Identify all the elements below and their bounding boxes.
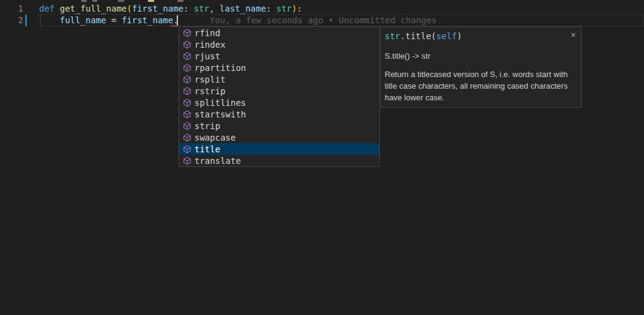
docs-signature: str.title(self)	[385, 31, 462, 41]
symbol-method-icon	[182, 63, 192, 73]
suggest-list: rfind rindex rjust rpartition	[179, 27, 379, 166]
line-number-2[interactable]: 2	[0, 15, 23, 26]
code-editor[interactable]: 1 2 def get_full_name(first_name: str, l…	[0, 0, 644, 315]
suggest-item-label: swapcase	[194, 133, 235, 143]
suggest-item[interactable]: rsplit	[179, 73, 379, 85]
symbol-method-icon	[182, 28, 192, 38]
suggest-item-label: rsplit	[194, 75, 226, 84]
git-blame-annotation: You, a few seconds ago • Uncommitted cha…	[210, 15, 437, 26]
suggest-item[interactable]: strip	[179, 120, 379, 132]
suggest-item-label: rfind	[194, 28, 220, 38]
clipped-text-fragment	[177, 0, 183, 2]
suggest-item[interactable]: rindex	[179, 39, 379, 50]
suggest-item[interactable]: rstrip	[179, 85, 379, 97]
suggest-item[interactable]: startswith	[179, 108, 379, 120]
symbol-method-icon	[182, 144, 192, 154]
suggest-item-label: translate	[194, 156, 241, 166]
git-modified-gutter-indicator	[25, 15, 27, 26]
suggest-item-label: rindex	[194, 40, 226, 50]
suggest-widget: rfind rindex rjust rpartition	[179, 26, 380, 167]
suggest-item[interactable]: splitlines	[179, 97, 379, 108]
suggest-item-label: startswith	[194, 109, 246, 119]
suggest-docs-panel: str.title(self) ✕ S.title() -> str Retur…	[380, 26, 582, 108]
clipped-text-fragment	[118, 0, 124, 2]
suggest-item-label: title	[194, 144, 220, 154]
docs-header: str.title(self) ✕	[385, 31, 575, 42]
line-number-1[interactable]: 1	[0, 3, 23, 15]
symbol-method-icon	[182, 133, 192, 143]
suggest-item[interactable]: translate	[179, 155, 379, 166]
code-line-2[interactable]: full_name = first_name.	[39, 15, 179, 26]
suggest-item[interactable]: rpartition	[179, 62, 379, 73]
suggest-item[interactable]: title	[179, 143, 379, 155]
suggest-item-label: rjust	[194, 51, 220, 61]
suggest-item-label: splitlines	[194, 98, 246, 108]
symbol-method-icon	[182, 98, 192, 108]
code-line-1[interactable]: def get_full_name(first_name: str, last_…	[39, 3, 302, 15]
suggest-item[interactable]: rfind	[179, 27, 379, 39]
symbol-method-icon	[182, 51, 192, 61]
docs-description: Return a titlecased version of S, i.e. w…	[385, 69, 573, 103]
error-squiggle	[171, 24, 177, 27]
close-icon[interactable]: ✕	[571, 31, 576, 39]
clipped-text-fragment	[92, 0, 97, 2]
suggest-item-label: rpartition	[194, 63, 246, 73]
symbol-method-icon	[182, 156, 192, 166]
suggest-item-label: strip	[194, 121, 220, 131]
symbol-method-icon	[182, 75, 192, 84]
docs-summary: S.title() -> str	[385, 51, 575, 61]
clipped-text-fragment	[148, 0, 154, 2]
symbol-method-icon	[182, 121, 192, 131]
suggest-item[interactable]: swapcase	[179, 132, 379, 143]
clipped-text-fragment	[81, 0, 87, 2]
symbol-method-icon	[182, 40, 192, 50]
suggest-item[interactable]: rjust	[179, 50, 379, 62]
suggest-item-label: rstrip	[194, 86, 226, 96]
symbol-method-icon	[182, 86, 192, 96]
symbol-method-icon	[182, 109, 192, 119]
